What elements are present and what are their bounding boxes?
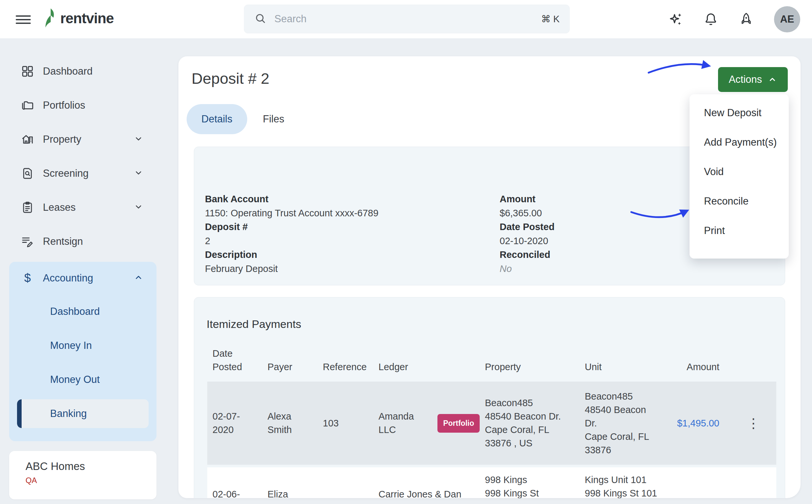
table-header-row: Date Posted Payer Reference Ledger Prope… [207, 331, 776, 382]
tab-files[interactable]: Files [247, 104, 300, 134]
cell-unit: Beacon48548540 Beacon Dr.Cape Coral, FL … [580, 382, 668, 465]
field-label: Deposit # [205, 220, 500, 234]
sidebar-item-accounting[interactable]: $ Accounting [9, 262, 156, 295]
sidebar-item-accounting-dashboard[interactable]: Dashboard [9, 295, 156, 329]
itemized-payments-panel: Itemized Payments Date Posted Payer Refe… [194, 297, 785, 498]
app-window: rentvine ⌘ K [0, 0, 812, 504]
user-avatar[interactable]: AE [774, 6, 800, 32]
global-search: ⌘ K [244, 5, 570, 33]
sidebar-item-rentsign[interactable]: Rentsign [0, 225, 178, 259]
sidebar-item-label: Leases [43, 202, 76, 213]
cell-row-menu [725, 467, 776, 498]
sparkles-icon[interactable] [668, 12, 683, 27]
cell-reference [317, 467, 373, 498]
chevron-up-icon [768, 75, 777, 84]
search-input[interactable] [274, 13, 541, 25]
kebab-menu-icon[interactable]: ⋮ [745, 416, 762, 430]
cell-payer: Eliza [262, 467, 317, 498]
cell-ledger: Carrie Jones & Dan [373, 467, 480, 498]
table-row[interactable]: 02-06- Eliza Carrie Jones & Dan 998 King… [207, 467, 776, 498]
house-icon [21, 133, 34, 146]
clipboard-icon [21, 201, 34, 214]
payments-table: Date Posted Payer Reference Ledger Prope… [207, 331, 776, 498]
cell-amount-link [668, 467, 725, 498]
rentvine-logo[interactable]: rentvine [42, 7, 114, 29]
top-right-icons: AE [668, 0, 812, 38]
menu-item-new-deposit[interactable]: New Deposit [690, 98, 789, 128]
brand-name: rentvine [60, 10, 114, 27]
sidebar-item-portfolios[interactable]: Portfolios [0, 88, 178, 122]
sidebar-item-property[interactable]: Property [0, 122, 178, 156]
rentvine-logo-icon [42, 7, 57, 29]
field-label: Bank Account [205, 192, 500, 206]
field-value: No [500, 262, 785, 276]
company-name: ABC Homes [26, 460, 156, 473]
signature-icon [21, 235, 34, 248]
sidebar-item-banking-active[interactable]: Banking [17, 399, 149, 428]
sidebar-item-screening[interactable]: Screening [0, 156, 178, 190]
sidebar-item-label: Property [43, 134, 81, 145]
menu-item-void[interactable]: Void [690, 157, 789, 187]
chevron-down-icon [134, 202, 143, 213]
company-switcher[interactable]: ABC Homes QA [9, 451, 156, 499]
cell-date-posted: 02-06- [207, 467, 262, 498]
dashboard-grid-icon [21, 65, 34, 78]
column-header: Property [480, 360, 580, 382]
document-search-icon [21, 167, 34, 180]
table-row[interactable]: 02-07-2020 AlexaSmith 103 Amanda LLC Por… [207, 382, 776, 465]
column-header: Payer [262, 360, 317, 382]
sidebar-item-dashboard[interactable]: Dashboard [0, 54, 178, 88]
sidebar-item-label: Banking [50, 408, 87, 420]
sidebar-item-label: Accounting [43, 272, 93, 284]
hamburger-menu-icon[interactable] [16, 13, 32, 25]
sidebar-item-label: Rentsign [43, 236, 83, 247]
cell-unit: Kings Unit 101998 Kings St 101 [580, 467, 668, 498]
portfolio-badge: Portfolio [438, 414, 480, 433]
chevron-up-icon [134, 273, 143, 284]
cell-payer: AlexaSmith [262, 382, 317, 465]
active-indicator-bar [17, 399, 22, 428]
dollar-icon: $ [21, 271, 34, 285]
column-header: Reference [317, 360, 373, 382]
actions-dropdown-menu: New Deposit Add Payment(s) Void Reconcil… [690, 94, 789, 259]
column-header-spacer [725, 374, 776, 382]
field-value: 1150: Operating Trust Account xxxx-6789 [205, 206, 500, 220]
top-bar: rentvine ⌘ K [0, 0, 812, 38]
sidebar-item-money-out[interactable]: Money Out [9, 363, 156, 397]
environment-badge: QA [26, 476, 156, 485]
notifications-bell-icon[interactable] [703, 12, 718, 27]
page-title: Deposit # 2 [191, 69, 269, 87]
search-icon [254, 12, 266, 26]
tab-bar: Details Files [187, 104, 300, 134]
cell-amount-link[interactable]: $1,495.00 [668, 382, 725, 465]
cell-ledger: Amanda LLC Portfolio [373, 382, 480, 465]
column-header: Unit [580, 360, 668, 382]
actions-button-label: Actions [729, 74, 762, 85]
actions-button[interactable]: Actions [718, 67, 788, 92]
summary-left-column: Bank Account 1150: Operating Trust Accou… [205, 192, 500, 285]
sidebar-item-money-in[interactable]: Money In [9, 329, 156, 363]
cell-date-posted: 02-07-2020 [207, 382, 262, 465]
cell-property: 998 Kings998 Kings St [480, 467, 580, 498]
folder-icon [21, 99, 34, 112]
menu-item-print[interactable]: Print [690, 216, 789, 245]
sidebar-item-leases[interactable]: Leases [0, 190, 178, 225]
tab-details[interactable]: Details [187, 104, 247, 134]
section-title: Itemized Payments [207, 318, 776, 331]
field-value: 2 [205, 234, 500, 248]
cell-reference: 103 [317, 382, 373, 465]
chevron-down-icon [134, 134, 143, 145]
field-label: Description [205, 248, 500, 262]
sidebar-item-label: Portfolios [43, 99, 85, 111]
chevron-down-icon [134, 168, 143, 179]
column-header: Date Posted [207, 347, 262, 382]
search-shortcut: ⌘ K [541, 13, 560, 25]
cell-property: Beacon48548540 Beacon Dr. Cape Coral, FL… [480, 382, 580, 465]
sidebar: Dashboard Portfolios [0, 38, 178, 504]
sidebar-item-label: Dashboard [43, 65, 93, 77]
rocket-icon[interactable] [739, 12, 754, 27]
sidebar-item-label: Screening [43, 168, 89, 179]
column-header: Ledger [373, 360, 480, 382]
menu-item-reconcile[interactable]: Reconcile [690, 187, 789, 216]
menu-item-add-payments[interactable]: Add Payment(s) [690, 128, 789, 157]
